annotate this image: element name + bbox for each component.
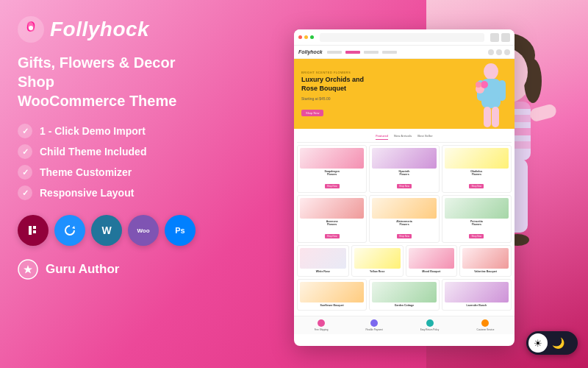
product-name-3: GladiolusFlowers bbox=[445, 170, 509, 176]
tab-best-seller[interactable]: Best Seller bbox=[417, 134, 433, 140]
hero-model-svg bbox=[471, 63, 512, 129]
dot-red bbox=[298, 35, 302, 39]
product-img-13 bbox=[445, 282, 509, 302]
product-card-poinsettia: PoinsettiaFlowers Shop Now bbox=[442, 195, 512, 243]
svg-rect-7 bbox=[33, 230, 36, 233]
feature-responsive: ✓ Responsive Layout bbox=[18, 185, 210, 200]
hero-title: Luxury Orchids andRose Bouquet bbox=[301, 76, 364, 93]
product-row-3: White Rose Yellow Rose Mixed Bouquet Val… bbox=[297, 245, 512, 277]
product-btn-5[interactable]: Shop Now bbox=[397, 234, 412, 238]
product-name-12: Garden Cottage bbox=[372, 304, 436, 307]
svg-point-16 bbox=[481, 81, 488, 88]
feature-label-responsive: Responsive Layout bbox=[40, 187, 134, 199]
product-name-11: Sunflower Bouquet bbox=[300, 304, 364, 307]
check-icon-customizer: ✓ bbox=[18, 165, 32, 180]
feat-payment-text: Flexible Payment bbox=[366, 328, 383, 331]
check-icon-child-theme: ✓ bbox=[18, 144, 32, 159]
product-card-sunflower: Sunflower Bouquet bbox=[297, 279, 367, 311]
svg-rect-12 bbox=[498, 80, 506, 101]
main-container: Follyhock Gifts, Flowers & Decor Shop Wo… bbox=[0, 0, 588, 368]
toggle-light-indicator: ☀ bbox=[528, 333, 548, 353]
preview-browser-header bbox=[294, 29, 514, 46]
shipping-icon bbox=[318, 319, 325, 327]
check-icon-demo-import: ✓ bbox=[18, 124, 32, 138]
svg-rect-13 bbox=[484, 107, 491, 127]
product-img-1 bbox=[300, 148, 364, 169]
nav-link-home bbox=[327, 51, 342, 54]
product-btn-4[interactable]: Shop Now bbox=[325, 234, 340, 238]
theme-navbar: Follyhock bbox=[294, 46, 514, 59]
svg-rect-14 bbox=[492, 107, 499, 127]
badge-updates bbox=[54, 215, 85, 246]
product-tabs: Featured New Arrivals Best Seller bbox=[297, 132, 512, 143]
hero-shop-button[interactable]: Shop Now bbox=[301, 110, 323, 116]
feature-label-child-theme: Child Theme Included bbox=[40, 146, 146, 158]
feature-demo-import: ✓ 1 - Click Demo Import bbox=[18, 124, 210, 138]
product-card-hyacinth: HyacinthFlowers Shop Now bbox=[369, 145, 439, 193]
title-block: Gifts, Flowers & Decor Shop WooCommerce … bbox=[18, 53, 210, 110]
author-area: Guru Author bbox=[18, 259, 210, 280]
footer-feat-support: Customer Service bbox=[476, 319, 494, 331]
product-img-11 bbox=[300, 282, 364, 302]
badge-elementor bbox=[18, 215, 49, 246]
product-btn-1[interactable]: Shop Now bbox=[325, 184, 340, 188]
feature-child-theme: ✓ Child Theme Included bbox=[18, 144, 210, 159]
tab-new-arrivals[interactable]: New Arrivals bbox=[394, 134, 412, 140]
author-label: Guru Author bbox=[46, 262, 119, 277]
product-name-4: AnemoneFlowers bbox=[300, 220, 364, 226]
theme-preview: Follyhock BRIGHT SCENTED FLOWERS bbox=[294, 29, 514, 346]
product-img-3 bbox=[445, 148, 509, 169]
logo-text: Follyhock bbox=[50, 18, 149, 41]
logo-icon bbox=[18, 16, 44, 43]
payment-icon bbox=[370, 319, 378, 327]
product-name-5: AlstroemeriaFlowers bbox=[372, 220, 436, 226]
logo-area: Follyhock bbox=[18, 16, 210, 43]
tab-featured[interactable]: Featured bbox=[376, 134, 388, 140]
support-icon bbox=[481, 319, 489, 327]
product-name-1: SnapdragonFlowers bbox=[300, 170, 364, 176]
footer-feat-policy: Easy Return Policy bbox=[420, 319, 439, 331]
moon-icon: 🌙 bbox=[552, 337, 564, 349]
feature-customizer: ✓ Theme Customizer bbox=[18, 165, 210, 180]
footer-features: Free Shipping Flexible Payment Easy Retu… bbox=[294, 316, 514, 334]
hero-text: BRIGHT SCENTED FLOWERS Luxury Orchids an… bbox=[301, 71, 364, 116]
badge-wordpress: W bbox=[91, 215, 122, 246]
policy-icon bbox=[426, 319, 434, 327]
nav-link-blog bbox=[364, 51, 379, 54]
svg-point-17 bbox=[476, 82, 481, 88]
dark-light-toggle[interactable]: ☀ 🌙 bbox=[526, 331, 578, 355]
product-card-anemone: AnemoneFlowers Shop Now bbox=[297, 195, 367, 243]
product-btn-2[interactable]: Shop Now bbox=[397, 184, 412, 188]
product-row-2: AnemoneFlowers Shop Now AlstroemeriaFlow… bbox=[297, 195, 512, 243]
nav-cart-icon bbox=[504, 49, 510, 55]
product-name-13: Lavender Bunch bbox=[445, 304, 509, 307]
svg-rect-5 bbox=[29, 226, 32, 235]
hero-label: BRIGHT SCENTED FLOWERS bbox=[301, 71, 364, 74]
product-btn-3[interactable]: Shop Now bbox=[469, 184, 484, 188]
product-card-alstroemeria: AlstroemeriaFlowers Shop Now bbox=[369, 195, 439, 243]
product-card-valentine: Valentine Bouquet bbox=[459, 245, 512, 277]
product-card-gladiolus: GladiolusFlowers Shop Now bbox=[442, 145, 512, 193]
product-name-6: PoinsettiaFlowers bbox=[445, 220, 509, 226]
author-star-icon bbox=[18, 259, 38, 280]
nav-link-categories bbox=[345, 51, 360, 54]
product-img-8 bbox=[354, 248, 401, 269]
check-icon-responsive: ✓ bbox=[18, 185, 32, 200]
feature-label-demo-import: 1 - Click Demo Import bbox=[40, 125, 146, 137]
left-panel: Follyhock Gifts, Flowers & Decor Shop Wo… bbox=[0, 0, 228, 368]
svg-point-4 bbox=[29, 26, 33, 30]
product-btn-6[interactable]: Shop Now bbox=[469, 234, 484, 238]
svg-rect-6 bbox=[33, 226, 36, 229]
product-img-9 bbox=[409, 248, 455, 269]
product-card-white-rose: White Rose bbox=[297, 245, 349, 277]
dot-green bbox=[310, 35, 314, 39]
svg-rect-29 bbox=[528, 103, 557, 123]
browser-icon-2 bbox=[501, 33, 510, 42]
product-name-8: Yellow Rose bbox=[354, 270, 401, 273]
feat-policy-text: Easy Return Policy bbox=[420, 328, 439, 331]
theme-nav-links bbox=[327, 51, 397, 54]
url-bar bbox=[320, 33, 484, 42]
footer-feat-shipping: Free Shipping bbox=[315, 319, 329, 331]
title-line1: Gifts, Flowers & Decor Shop bbox=[18, 53, 210, 91]
product-img-10 bbox=[462, 248, 509, 269]
